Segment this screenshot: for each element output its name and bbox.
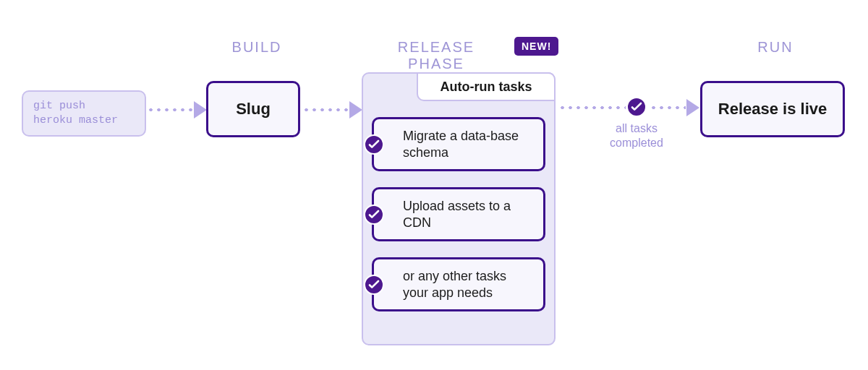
task-text: Migrate a data-base schema [403,129,519,160]
auto-run-tab-label: Auto-run tasks [440,79,532,95]
check-icon [364,134,384,155]
completed-label: all tasks completed [610,121,663,150]
run-box: Release is live [700,81,845,137]
pipeline-diagram: BUILD RELEASE PHASE NEW! RUN git push he… [0,0,868,370]
slug-box: Slug [206,81,300,137]
check-icon [364,205,384,225]
task-item: Migrate a data-base schema [372,117,545,171]
check-icon [626,97,647,117]
release-phase-panel: Auto-run tasks Migrate a data-base schem… [362,72,556,345]
run-label-text: Release is live [718,100,827,119]
auto-run-tab: Auto-run tasks [417,72,556,101]
run-label: RUN [721,39,830,56]
git-command-line2: heroku master [33,113,135,128]
task-text: or any other tasks your app needs [403,269,506,300]
git-command-box: git push heroku master [22,90,146,137]
build-label: BUILD [203,39,311,56]
all-tasks-completed: all tasks completed [586,97,687,150]
release-label: RELEASE PHASE [371,39,501,72]
new-badge: NEW! [514,37,558,56]
task-item: or any other tasks your app needs [372,257,545,311]
task-item: Upload assets to a CDN [372,187,545,241]
task-text: Upload assets to a CDN [403,199,511,230]
slug-label: Slug [236,100,271,119]
check-icon [364,275,384,295]
git-command-line1: git push [33,99,135,113]
task-list: Migrate a data-base schema Upload assets… [372,117,545,311]
